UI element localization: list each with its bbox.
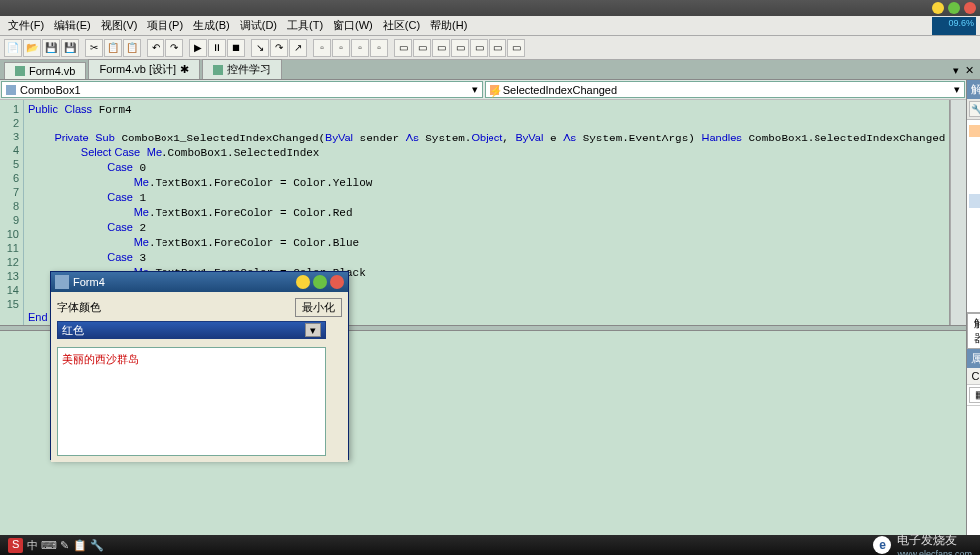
menu-community[interactable]: 社区(C): [379, 16, 424, 35]
textbox1[interactable]: 美丽的西沙群岛: [57, 347, 326, 456]
tab-dropdown-icon[interactable]: ▾: [951, 64, 961, 77]
toolbar: 📄 📂 💾 💾 ✂ 📋 📋 ↶ ↷ ▶ ⏸ ⏹ ↘ ↷ ↗ ▫ ▫ ▫ ▫ ▭ …: [0, 36, 980, 60]
tree-item-form2[interactable]: Form2.vb: [969, 166, 980, 180]
chevron-down-icon[interactable]: ▾: [305, 323, 321, 337]
menu-edit[interactable]: 编辑(E): [50, 16, 95, 35]
tree-item-myproject[interactable]: My Project: [969, 139, 980, 152]
menu-project[interactable]: 项目(P): [143, 16, 187, 35]
tb-win2-icon[interactable]: ▭: [413, 39, 431, 57]
tb-save-icon[interactable]: 💾: [42, 39, 60, 57]
tab-close-icon[interactable]: ✕: [963, 64, 976, 77]
solution-toolbar: 🔧 ▦ ⟳ ▤ ▥: [967, 99, 980, 120]
chevron-down-icon: ▾: [472, 83, 478, 96]
tb-win1-icon[interactable]: ▭: [394, 39, 412, 57]
tb-win4-icon[interactable]: ▭: [451, 39, 469, 57]
tb-misc2-icon[interactable]: ▫: [332, 39, 350, 57]
project-icon: [969, 125, 980, 137]
tb-stop-icon[interactable]: ⏹: [227, 39, 245, 57]
window-close-button[interactable]: [964, 2, 976, 14]
tb-cut-icon[interactable]: ✂: [85, 39, 103, 57]
code-object-dropdown[interactable]: ComboBox1▾: [1, 81, 483, 98]
menubar: 文件(F) 编辑(E) 视图(V) 项目(P) 生成(B) 调试(D) 工具(T…: [0, 16, 980, 36]
tb-copy-icon[interactable]: 📋: [104, 39, 122, 57]
form4-runtime-window[interactable]: Form4 字体颜色 最小化 红色 ▾ 美丽的西沙群岛: [50, 271, 349, 460]
properties-title: 属性📌 ✕: [967, 349, 980, 368]
tb-run-icon[interactable]: ▶: [189, 39, 207, 57]
taskbar: S 中 ⌨ ✎ 📋 🔧 e 电子发烧友 www.elecfans.com: [0, 535, 980, 555]
code-event-dropdown[interactable]: ⚡SelectedIndexChanged▾: [485, 81, 966, 98]
solution-explorer-title: 解决方案资源管理器📌 ✕: [967, 80, 980, 99]
chevron-down-icon: ▾: [954, 83, 960, 96]
solution-tree[interactable]: 控件学习 My Project Form1.vb Form2.vb Form3.…: [967, 120, 980, 312]
window-titlebar: [0, 0, 980, 16]
combobox1-value: 红色: [62, 323, 84, 338]
combobox1[interactable]: 红色 ▾: [57, 321, 326, 339]
watermark-brand: 电子发烧友: [897, 532, 972, 549]
tb-misc4-icon[interactable]: ▫: [370, 39, 388, 57]
tb-win5-icon[interactable]: ▭: [470, 39, 488, 57]
tb-stepinto-icon[interactable]: ↘: [251, 39, 269, 57]
tree-item-form4[interactable]: Form4.vb: [969, 194, 980, 208]
elecfans-logo-icon: e: [873, 536, 891, 554]
form-maximize-button[interactable]: [313, 275, 327, 289]
form4-titlebar[interactable]: Form4: [51, 272, 348, 292]
window-maximize-button[interactable]: [948, 2, 960, 14]
minimize-button[interactable]: 最小化: [295, 298, 342, 317]
label-font-color: 字体颜色: [57, 300, 101, 315]
se-properties-icon[interactable]: 🔧: [969, 101, 980, 117]
tb-win6-icon[interactable]: ▭: [489, 39, 506, 57]
doc-tab-form4-design[interactable]: Form4.vb [设计]✱: [88, 59, 200, 79]
tb-stepout-icon[interactable]: ↗: [289, 39, 307, 57]
tb-paste-icon[interactable]: 📋: [123, 39, 141, 57]
menu-build[interactable]: 生成(B): [189, 16, 234, 35]
tb-win7-icon[interactable]: ▭: [507, 39, 525, 57]
tb-open-icon[interactable]: 📂: [23, 39, 41, 57]
tab-solution-explorer[interactable]: 解决方案资源管理器: [967, 313, 980, 349]
tree-item-form3[interactable]: Form3.vb: [969, 180, 980, 194]
menu-file[interactable]: 文件(F): [4, 16, 48, 35]
tb-win3-icon[interactable]: ▭: [432, 39, 450, 57]
line-number-gutter: 123456789101112131415: [0, 100, 24, 325]
class-icon: [6, 85, 16, 95]
event-icon: ⚡: [490, 85, 499, 95]
tb-misc3-icon[interactable]: ▫: [351, 39, 369, 57]
unsaved-icon: ✱: [180, 63, 189, 76]
menu-view[interactable]: 视图(V): [97, 16, 142, 35]
watermark-url: www.elecfans.com: [897, 549, 972, 556]
cpu-widget: 09.6%: [932, 17, 976, 35]
prop-categorized-icon[interactable]: ▦: [969, 387, 980, 403]
properties-object-selector[interactable]: ComboBox1_SelectedIndexChan: [967, 368, 980, 385]
form4-title: Form4: [73, 276, 105, 288]
ime-tools[interactable]: 中 ⌨ ✎ 📋 🔧: [25, 538, 105, 553]
tb-saveall-icon[interactable]: 💾: [61, 39, 79, 57]
form-minimize-button[interactable]: [296, 275, 310, 289]
project-icon: [213, 65, 223, 75]
menu-help[interactable]: 帮助(H): [426, 16, 471, 35]
vertical-scrollbar[interactable]: [950, 100, 966, 325]
tb-stepover-icon[interactable]: ↷: [270, 39, 288, 57]
menu-tools[interactable]: 工具(T): [283, 16, 327, 35]
doc-tab-startpage[interactable]: 控件学习: [202, 59, 282, 79]
ime-indicator[interactable]: S: [8, 538, 23, 553]
tb-new-icon[interactable]: 📄: [4, 39, 22, 57]
window-minimize-button[interactable]: [932, 2, 944, 14]
menu-window[interactable]: 窗口(W): [329, 16, 377, 35]
form-close-button[interactable]: [330, 275, 344, 289]
tree-item-form1[interactable]: Form1.vb: [969, 152, 980, 166]
document-tabs: Form4.vb Form4.vb [设计]✱ 控件学习 ▾ ✕: [0, 60, 980, 80]
menu-debug[interactable]: 调试(D): [236, 16, 281, 35]
vb-file-icon: [15, 66, 25, 76]
doc-tab-form4-code[interactable]: Form4.vb: [4, 62, 86, 79]
tb-misc1-icon[interactable]: ▫: [313, 39, 331, 57]
tb-redo-icon[interactable]: ↷: [165, 39, 183, 57]
tree-project-root[interactable]: 控件学习: [969, 122, 980, 139]
form-icon: [55, 275, 69, 289]
tb-pause-icon[interactable]: ⏸: [208, 39, 226, 57]
tb-undo-icon[interactable]: ↶: [147, 39, 164, 57]
